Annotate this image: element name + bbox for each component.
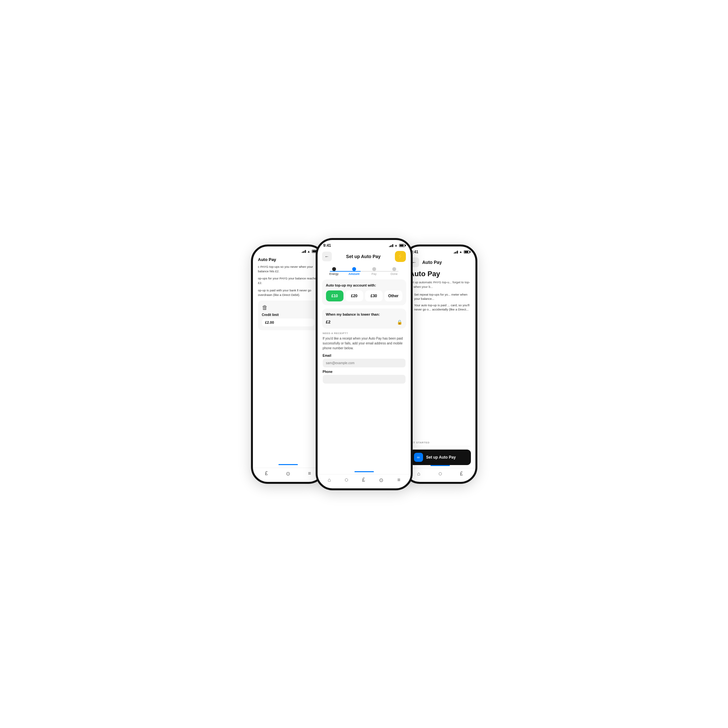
check-text-1: Set repeat top-ups for yo... meter when … bbox=[414, 292, 471, 301]
step-label-energy: Energy bbox=[329, 272, 339, 275]
check-item-1: ✓ Set repeat top-ups for yo... meter whe… bbox=[410, 292, 471, 301]
receipt-section: NEED A RECEIPT? If you'd like a receipt … bbox=[322, 332, 406, 386]
step-label-done: Done bbox=[391, 272, 398, 275]
phone-left: ▲ Auto Pay c PAYG top-ups so you never w… bbox=[251, 245, 325, 484]
right-page-title: Auto Pay bbox=[405, 268, 476, 280]
bottom-indicator-right bbox=[430, 465, 450, 466]
check-item-2: ✓ Your auto top-up is paid ... card, so … bbox=[410, 303, 471, 312]
wifi-icon-right: ▲ bbox=[459, 250, 462, 254]
nav-title-center: Set up Auto Pay bbox=[346, 254, 381, 259]
nav-payments-right[interactable]: £ bbox=[460, 471, 463, 477]
status-icons-left: ▲ bbox=[302, 250, 318, 253]
nav-home-right[interactable]: ⌂ bbox=[417, 471, 421, 477]
infinity-icon: ∞ bbox=[414, 453, 423, 462]
credit-limit-card: 🗑 Credit limit £2.00 bbox=[258, 300, 318, 330]
step-dot-pay bbox=[372, 267, 376, 271]
bottom-indicator-center bbox=[355, 471, 374, 472]
status-bar-center: 9:41 ▲ bbox=[318, 240, 411, 249]
credit-limit-value: £2.00 bbox=[262, 318, 314, 326]
right-body-text: Set up automatic PAYG top-u... forget to… bbox=[410, 280, 471, 289]
step-label-amount: Amount bbox=[349, 272, 359, 275]
nav-menu-center[interactable]: ≡ bbox=[397, 477, 400, 483]
signal-icon-center bbox=[389, 244, 393, 247]
right-content: Auto Pay Set up automatic PAYG top-u... … bbox=[405, 268, 476, 465]
status-icons-right: ▲ bbox=[454, 250, 470, 254]
bottom-nav-left: £ ⊙ ≡ bbox=[253, 468, 323, 482]
trash-icon: 🗑 bbox=[262, 304, 314, 311]
status-icons-center: ▲ bbox=[389, 243, 405, 247]
nav-payments-center[interactable]: £ bbox=[362, 477, 365, 483]
amount-other[interactable]: Other bbox=[385, 291, 402, 301]
step-done: Done bbox=[384, 267, 404, 275]
left-header-title: Auto Pay bbox=[253, 254, 323, 265]
nav-help-center[interactable]: ⊙ bbox=[379, 477, 383, 483]
step-pay: Pay bbox=[364, 267, 384, 275]
wifi-icon-center: ▲ bbox=[395, 243, 398, 247]
step-dot-energy bbox=[332, 267, 336, 271]
stepper: Energy Amount Pay Done bbox=[318, 264, 411, 277]
signal-icon-left bbox=[302, 250, 306, 253]
topup-amount-card: Auto top-up my account with: £10 £20 £30… bbox=[322, 280, 406, 305]
setup-autopay-label: Set up Auto Pay bbox=[426, 455, 456, 460]
credit-limit-label: Credit limit bbox=[262, 313, 314, 317]
nav-title-right: Auto Pay bbox=[422, 260, 442, 265]
balance-trigger-card: When my balance is lower than: £2 🔒 bbox=[322, 309, 406, 329]
receipt-text: If you'd like a receipt when your Auto P… bbox=[323, 336, 405, 350]
nav-usage-right[interactable]: ⬡ bbox=[439, 471, 442, 476]
back-button-center[interactable]: ← bbox=[322, 252, 332, 261]
topup-amount-title: Auto top-up my account with: bbox=[326, 283, 402, 287]
status-bar-right: 9:41 ▲ bbox=[405, 246, 476, 255]
get-started-label: GET STARTED bbox=[405, 441, 476, 444]
phone-right: 9:41 ▲ ← Auto Pay Auto Pay Set up automa… bbox=[403, 245, 477, 484]
nav-header-center: ← Set up Auto Pay ⚡ bbox=[318, 249, 411, 264]
bottom-indicator-left bbox=[278, 464, 298, 465]
left-content: Auto Pay c PAYG top-ups so you never whe… bbox=[253, 254, 323, 464]
email-input[interactable] bbox=[323, 359, 405, 367]
nav-help-left[interactable]: ⊙ bbox=[286, 471, 290, 477]
step-dot-done bbox=[392, 267, 396, 271]
status-bar-left: ▲ bbox=[253, 246, 323, 254]
left-body-text-3: op-up is paid with your bank ll never go… bbox=[258, 288, 318, 298]
balance-row: £2 🔒 bbox=[326, 320, 402, 325]
setup-autopay-button[interactable]: ∞ Set up Auto Pay bbox=[410, 450, 471, 465]
nav-payments-left[interactable]: £ bbox=[265, 471, 268, 476]
left-body-text-1: c PAYG top-ups so you never when your ba… bbox=[258, 265, 318, 274]
left-body-text-2: op-ups for your PAYG your balance reache… bbox=[258, 276, 318, 286]
nav-home-center[interactable]: ⌂ bbox=[327, 477, 331, 483]
phone-center: 9:41 ▲ ← Set up Auto Pay ⚡ Energy bbox=[316, 238, 413, 490]
nav-menu-left[interactable]: ≡ bbox=[308, 471, 311, 476]
amount-options: £10 £20 £30 Other bbox=[326, 291, 402, 301]
bottom-nav-right: ⌂ ⬡ £ bbox=[405, 468, 476, 482]
step-dot-amount bbox=[352, 267, 356, 271]
scene: ▲ Auto Pay c PAYG top-ups so you never w… bbox=[219, 219, 510, 510]
status-time-center: 9:41 bbox=[323, 243, 331, 248]
battery-icon-center bbox=[399, 244, 405, 247]
nav-usage-center[interactable]: ⬡ bbox=[345, 478, 348, 482]
step-energy: Energy bbox=[324, 267, 344, 275]
amount-10[interactable]: £10 bbox=[326, 291, 344, 301]
lock-icon: 🔒 bbox=[397, 320, 402, 325]
wifi-icon-left: ▲ bbox=[307, 250, 310, 253]
balance-value: £2 bbox=[326, 320, 330, 324]
right-body: Set up automatic PAYG top-u... forget to… bbox=[405, 280, 476, 437]
email-label: Email bbox=[323, 354, 405, 357]
phone-input[interactable] bbox=[323, 375, 405, 384]
amount-30[interactable]: £30 bbox=[365, 291, 383, 301]
lightning-button-center[interactable]: ⚡ bbox=[395, 251, 406, 262]
center-content: Auto top-up my account with: £10 £20 £30… bbox=[318, 277, 411, 471]
phone-label: Phone bbox=[323, 370, 405, 373]
step-label-pay: Pay bbox=[372, 272, 377, 275]
receipt-label: NEED A RECEIPT? bbox=[323, 332, 405, 335]
bottom-nav-center: ⌂ ⬡ £ ⊙ ≡ bbox=[318, 474, 411, 488]
left-body: c PAYG top-ups so you never when your ba… bbox=[253, 265, 323, 464]
step-amount: Amount bbox=[344, 267, 364, 275]
check-text-2: Your auto top-up is paid ... card, so yo… bbox=[414, 303, 471, 312]
balance-title: When my balance is lower than: bbox=[326, 312, 402, 316]
amount-20[interactable]: £20 bbox=[346, 291, 363, 301]
right-nav-header: ← Auto Pay bbox=[405, 255, 476, 268]
signal-icon-right bbox=[454, 250, 458, 254]
battery-icon-right bbox=[464, 250, 470, 254]
